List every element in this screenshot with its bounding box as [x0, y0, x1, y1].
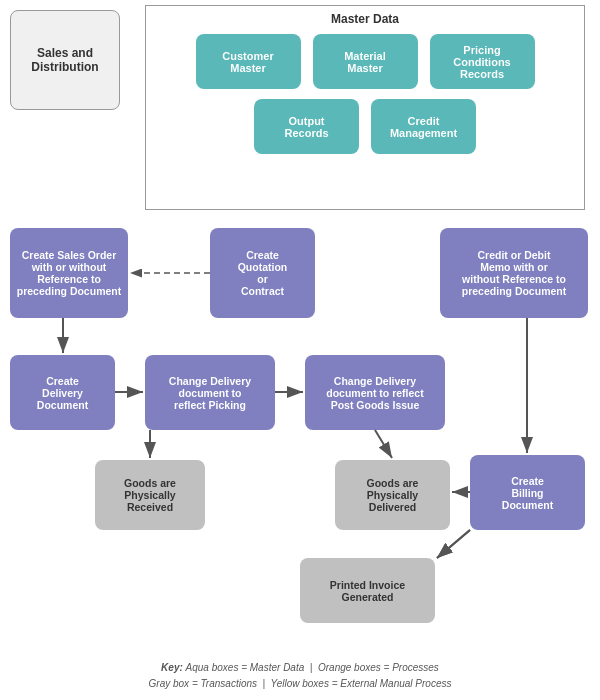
key-text2: Gray box = Transactions | Yellow boxes =…	[149, 678, 452, 689]
printed-invoice-label: Printed InvoiceGenerated	[330, 579, 405, 603]
create-quotation-box: CreateQuotationorContract	[210, 228, 315, 318]
material-master-box: MaterialMaster	[313, 34, 418, 89]
change-delivery-picking-label: Change Deliverydocument toreflect Pickin…	[169, 375, 251, 411]
create-billing-label: CreateBillingDocument	[502, 475, 553, 511]
change-delivery-post-box: Change Deliverydocument to reflectPost G…	[305, 355, 445, 430]
svg-line-10	[437, 530, 470, 558]
output-records-box: OutputRecords	[254, 99, 359, 154]
sales-dist-label: Sales and Distribution	[19, 46, 111, 74]
printed-invoice-box: Printed InvoiceGenerated	[300, 558, 435, 623]
master-data-title: Master Data	[146, 12, 584, 26]
sales-distribution-box: Sales and Distribution	[10, 10, 120, 110]
key-label: Key:	[161, 662, 183, 673]
change-delivery-post-label: Change Deliverydocument to reflectPost G…	[326, 375, 423, 411]
goods-delivered-box: Goods arePhysicallyDelivered	[335, 460, 450, 530]
credit-debit-memo-label: Credit or DebitMemo with orwithout Refer…	[462, 249, 566, 297]
key-text1: Aqua boxes = Master Data | Orange boxes …	[186, 662, 439, 673]
credit-management-box: CreditManagement	[371, 99, 476, 154]
svg-line-6	[375, 430, 392, 458]
create-delivery-label: CreateDeliveryDocument	[37, 375, 88, 411]
create-sales-order-box: Create Sales Orderwith or withoutReferen…	[10, 228, 128, 318]
change-delivery-picking-box: Change Deliverydocument toreflect Pickin…	[145, 355, 275, 430]
svg-line-11	[437, 530, 470, 558]
key-line1: Key: Aqua boxes = Master Data | Orange b…	[0, 660, 600, 676]
customer-master-box: CustomerMaster	[196, 34, 301, 89]
create-quotation-label: CreateQuotationorContract	[238, 249, 288, 297]
master-data-row2: OutputRecords CreditManagement	[146, 99, 584, 154]
key-section: Key: Aqua boxes = Master Data | Orange b…	[0, 660, 600, 692]
key-line2: Gray box = Transactions | Yellow boxes =…	[0, 676, 600, 692]
create-billing-box: CreateBillingDocument	[470, 455, 585, 530]
credit-debit-memo-box: Credit or DebitMemo with orwithout Refer…	[440, 228, 588, 318]
diagram-container: Sales and Distribution Master Data Custo…	[0, 0, 600, 700]
master-data-container: Master Data CustomerMaster MaterialMaste…	[145, 5, 585, 210]
goods-delivered-label: Goods arePhysicallyDelivered	[367, 477, 419, 513]
pricing-conditions-box: PricingConditionsRecords	[430, 34, 535, 89]
create-sales-order-label: Create Sales Orderwith or withoutReferen…	[17, 249, 121, 297]
goods-received-label: Goods arePhysicallyReceived	[124, 477, 176, 513]
goods-received-box: Goods arePhysicallyReceived	[95, 460, 205, 530]
master-data-row1: CustomerMaster MaterialMaster PricingCon…	[146, 34, 584, 89]
create-delivery-box: CreateDeliveryDocument	[10, 355, 115, 430]
